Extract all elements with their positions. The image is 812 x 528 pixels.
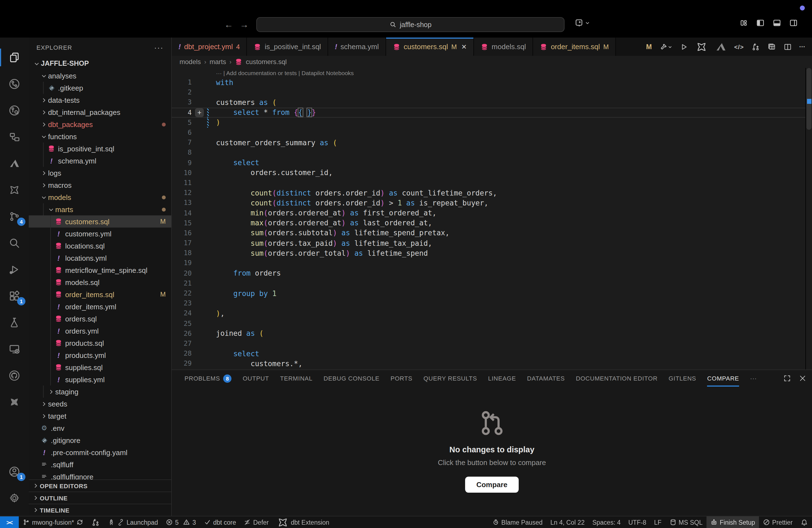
breadcrumb-item[interactable]: customers.sql: [246, 58, 287, 66]
tree-folder-functions[interactable]: functions: [29, 130, 171, 143]
maximize-panel-icon[interactable]: [783, 375, 791, 382]
nav-back-icon[interactable]: ←: [224, 20, 233, 30]
panel-tab-documentation-editor[interactable]: DOCUMENTATION EDITOR: [571, 370, 663, 386]
tree-folder-dbt-internal-packages[interactable]: dbt_internal_packages: [29, 106, 171, 118]
tab-dbt-project-yml[interactable]: !dbt_project.yml4: [172, 38, 247, 56]
panel-tab-lineage[interactable]: LINEAGE: [483, 370, 521, 386]
panel-tab-query-results[interactable]: QUERY RESULTS: [418, 370, 482, 386]
tree-folder-dbt-packages[interactable]: dbt_packages: [29, 118, 171, 130]
status-encoding[interactable]: UTF-8: [624, 516, 650, 528]
modified-badge[interactable]: M: [646, 43, 652, 50]
command-center-search[interactable]: jaffle-shop: [256, 17, 565, 32]
tab-customers-sql[interactable]: customers.sqlM✕: [386, 38, 474, 56]
close-tab-icon[interactable]: ✕: [461, 43, 467, 50]
status-eol[interactable]: LF: [650, 516, 665, 528]
activitybar-github[interactable]: [0, 362, 29, 389]
activitybar-a-logo-extension[interactable]: [0, 150, 29, 177]
section-open-editors[interactable]: OPEN EDITORS: [29, 480, 171, 492]
breadcrumb-item[interactable]: marts: [209, 58, 226, 66]
tree-file-schema-yml[interactable]: !schema.yml: [29, 155, 171, 167]
panel-more-tabs-icon[interactable]: ···: [745, 370, 762, 386]
status-blame-paused[interactable]: Blame Paused: [488, 516, 547, 528]
activitybar-dbt-lineage[interactable]: [0, 71, 29, 97]
status-dbt-extension[interactable]: dbt Extension: [273, 516, 333, 528]
status-finish-setup[interactable]: Finish Setup: [707, 516, 759, 528]
tree-file-customers-sql[interactable]: customers.sqlM: [29, 216, 171, 228]
compare-button[interactable]: Compare: [465, 476, 519, 493]
status-launchpad[interactable]: Launchpad: [104, 516, 162, 528]
activitybar-remote-explorer[interactable]: [0, 336, 29, 362]
breadcrumb[interactable]: models›marts›customers.sql: [172, 56, 812, 68]
tree-file-is-positive-int-sql[interactable]: is_positive_int.sql: [29, 143, 171, 155]
status-git-branch[interactable]: mwong-fusion*: [19, 516, 87, 528]
tree-file--gitkeep[interactable]: .gitkeep: [29, 82, 171, 94]
status-prettier[interactable]: Prettier: [759, 516, 797, 528]
toggle-sidebar-icon[interactable]: [756, 18, 765, 28]
status-compare-changes[interactable]: [87, 516, 104, 528]
status-notifications[interactable]: [797, 516, 812, 528]
section-outline[interactable]: OUTLINE: [29, 492, 171, 504]
compile-code-icon[interactable]: </>: [734, 43, 744, 50]
activitybar-explorer[interactable]: [0, 44, 29, 71]
status-problems-summary[interactable]: 53: [162, 516, 200, 528]
build-hammer-icon[interactable]: [659, 42, 672, 51]
tree-file-supplies-yml[interactable]: !supplies.yml: [29, 373, 171, 385]
modified-line-gutter[interactable]: [207, 118, 209, 128]
activitybar-settings[interactable]: [0, 485, 29, 511]
tree-file-orders-sql[interactable]: orders.sql: [29, 312, 171, 325]
tree-folder-marts[interactable]: marts: [29, 203, 171, 216]
activitybar-accounts[interactable]: 1: [0, 458, 29, 485]
customize-layout-icon[interactable]: [739, 18, 749, 28]
activitybar-dbt-power-user[interactable]: [0, 177, 29, 203]
compare-changes-icon[interactable]: [751, 42, 760, 51]
tree-file--sqlfluff[interactable]: .sqlfluff: [29, 458, 171, 471]
tree-folder-models[interactable]: models: [29, 191, 171, 203]
tree-file-order-items-yml[interactable]: !order_items.yml: [29, 300, 171, 312]
breadcrumb-item[interactable]: models: [179, 58, 201, 66]
tab-models-sql[interactable]: models.sql: [474, 38, 533, 56]
tree-file-products-yml[interactable]: !products.yml: [29, 349, 171, 361]
activitybar-x-logo-filled[interactable]: [0, 389, 29, 415]
tree-file--sqlfluffignore[interactable]: .sqlfluffignore: [29, 471, 171, 480]
remote-indicator[interactable]: ><: [0, 516, 19, 528]
tree-file-models-sql[interactable]: models.sql: [29, 276, 171, 288]
tree-file-locations-yml[interactable]: !locations.yml: [29, 252, 171, 264]
split-editor-icon[interactable]: [783, 42, 792, 51]
code-editor[interactable]: ··· | Add documentation or tests | Datap…: [172, 68, 812, 369]
tree-file-supplies-sql[interactable]: supplies.sql: [29, 361, 171, 373]
activitybar-search[interactable]: [0, 230, 29, 256]
tree-folder-staging[interactable]: staging: [29, 385, 171, 398]
tree-file-customers-yml[interactable]: !customers.yml: [29, 228, 171, 240]
nav-forward-icon[interactable]: →: [240, 20, 249, 30]
tab-is-positive-int-sql[interactable]: is_positive_int.sql: [247, 38, 328, 56]
editor-scrollbar[interactable]: [806, 68, 812, 369]
tree-file-locations-sql[interactable]: locations.sql: [29, 240, 171, 252]
panel-tab-compare[interactable]: COMPARE: [702, 370, 744, 386]
tree-file--gitignore[interactable]: .gitignore: [29, 434, 171, 446]
activitybar-extensions[interactable]: 1: [0, 283, 29, 309]
activitybar-flow-editor[interactable]: [0, 124, 29, 150]
run-icon[interactable]: [679, 42, 688, 51]
chat-launcher-icon[interactable]: [575, 18, 590, 28]
panel-tab-problems[interactable]: PROBLEMS8: [179, 370, 237, 386]
dbt-power-user-icon[interactable]: [695, 41, 708, 53]
tree-file-products-sql[interactable]: products.sql: [29, 337, 171, 349]
tree-file--env[interactable]: ⚙.env: [29, 422, 171, 434]
more-actions-icon[interactable]: ⋯: [799, 43, 806, 50]
tree-folder-macros[interactable]: macros: [29, 179, 171, 191]
codelens[interactable]: ··· | Add documentation or tests | Datap…: [216, 68, 812, 77]
panel-tab-gitlens[interactable]: GITLENS: [664, 370, 701, 386]
tree-folder-data-tests[interactable]: data-tests: [29, 94, 171, 106]
modified-line-gutter[interactable]: [207, 107, 209, 117]
status-dbt-core[interactable]: dbt core: [200, 516, 240, 528]
status-language-mode[interactable]: MS SQL: [665, 516, 707, 528]
tree-file-metricflow-time-spine-sql[interactable]: metricflow_time_spine.sql: [29, 264, 171, 276]
explorer-more-icon[interactable]: ···: [154, 43, 163, 52]
panel-tab-ports[interactable]: PORTS: [386, 370, 417, 386]
toggle-panel-icon[interactable]: [772, 18, 782, 28]
activitybar-run-and-debug[interactable]: [0, 256, 29, 283]
status-cursor-position[interactable]: Ln 4, Col 22: [547, 516, 589, 528]
tree-folder-analyses[interactable]: analyses: [29, 70, 171, 82]
activitybar-testing[interactable]: [0, 309, 29, 336]
activitybar-dbt-docs[interactable]: [0, 97, 29, 124]
